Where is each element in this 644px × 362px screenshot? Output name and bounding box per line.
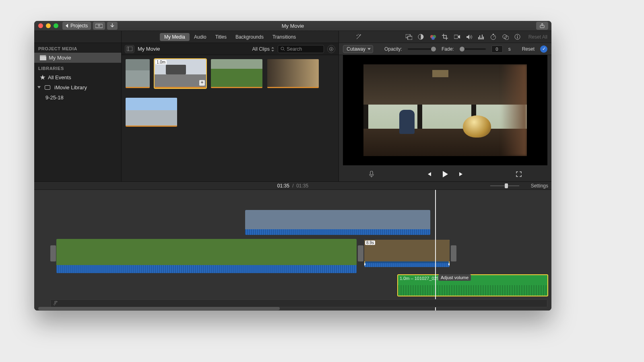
tab-titles[interactable]: Titles (211, 33, 231, 41)
overlay-settings-button[interactable] (405, 33, 413, 41)
star-icon (40, 75, 45, 80)
clip-thumb[interactable] (126, 59, 150, 88)
stabilization-button[interactable] (454, 33, 461, 41)
window-title: My Movie (282, 23, 304, 29)
record-voiceover-button[interactable] (368, 171, 375, 178)
sidebar-item-my-movie[interactable]: My Movie (34, 53, 121, 63)
filters-button[interactable] (502, 33, 509, 41)
svg-rect-12 (408, 36, 412, 40)
clip-thumb[interactable] (126, 98, 177, 127)
svg-point-16 (431, 37, 435, 40)
color-correction-button[interactable] (429, 33, 437, 41)
sidebar-item-event[interactable]: 9-25-18 (34, 93, 121, 103)
crop-button[interactable] (442, 33, 449, 41)
library-icon (45, 85, 50, 90)
fade-handle-right[interactable] (448, 263, 450, 266)
timeline-clip-primary-1[interactable] (56, 239, 357, 273)
reset-all-button[interactable]: Reset All (528, 34, 547, 40)
play-button[interactable] (442, 171, 449, 178)
zoom-window-button[interactable] (54, 23, 58, 28)
timeline-zoom-slider[interactable] (490, 185, 519, 186)
svg-rect-24 (517, 37, 518, 39)
media-tabs: My Media Audio Titles Backgrounds Transi… (122, 31, 339, 43)
overlay-controls: Cutaway Opacity: Fade: 0 s Reset ✓ (339, 43, 551, 55)
fade-value-field[interactable]: 0 (491, 45, 503, 53)
noise-eq-button[interactable] (478, 33, 485, 41)
opacity-label: Opacity: (384, 46, 402, 52)
timeline-settings-button[interactable]: Settings (531, 183, 548, 189)
tab-backgrounds[interactable]: Backgrounds (231, 33, 268, 41)
fullscreen-button[interactable] (515, 171, 522, 178)
search-placeholder: Search (287, 46, 302, 52)
timeline-header: 01:35 / 01:35 Settings (34, 182, 551, 190)
playhead[interactable] (435, 190, 436, 311)
app-window: Projects My Movie PROJECT MEDIA My Movie… (34, 21, 551, 311)
total-time: 01:35 (296, 183, 308, 189)
transition-handle[interactable] (358, 245, 363, 261)
search-input[interactable]: Search (278, 45, 324, 53)
preview-viewer[interactable] (343, 55, 547, 165)
timeline-scrollbar[interactable] (38, 307, 280, 310)
svg-point-8 (331, 48, 332, 49)
svg-rect-25 (370, 171, 373, 175)
volume-button[interactable] (466, 33, 473, 41)
sidebar: PROJECT MEDIA My Movie LIBRARIES All Eve… (34, 31, 122, 181)
apply-check-button[interactable]: ✓ (540, 45, 547, 53)
window-traffic-lights (38, 23, 58, 28)
background-music-well[interactable] (50, 299, 547, 307)
import-media-button[interactable] (93, 22, 105, 30)
fade-slider[interactable] (460, 48, 486, 50)
svg-point-5 (281, 47, 284, 50)
browser-settings-button[interactable] (327, 45, 335, 53)
browser-toolbar: My Movie All Clips Search (122, 43, 339, 55)
next-frame-button[interactable] (458, 171, 465, 178)
clip-thumb-selected[interactable]: 1.0m + (155, 59, 206, 88)
add-clip-button[interactable]: + (199, 80, 205, 86)
svg-rect-17 (454, 35, 458, 39)
opacity-slider[interactable] (408, 48, 436, 50)
info-button[interactable] (514, 33, 521, 41)
libraries-header: LIBRARIES (34, 63, 121, 72)
speed-button[interactable] (490, 33, 497, 41)
timeline[interactable]: 8.9s 1.0m – 101027_0251 Adjust volume (34, 190, 551, 311)
tab-audio[interactable]: Audio (190, 33, 211, 41)
color-balance-button[interactable] (417, 33, 425, 41)
download-button[interactable] (107, 22, 118, 30)
toggle-sidebar-button[interactable] (125, 45, 134, 53)
minimize-window-button[interactable] (46, 23, 51, 28)
timeline-clip-selected[interactable]: 8.9s (364, 240, 450, 267)
transition-handle[interactable] (50, 245, 56, 261)
fade-label: Fade: (442, 46, 454, 52)
svg-point-10 (358, 34, 359, 35)
svg-rect-2 (40, 56, 46, 60)
back-to-projects-button[interactable]: Projects (62, 22, 91, 30)
clip-duration-tag: 8.9s (365, 241, 375, 245)
svg-point-23 (517, 35, 518, 36)
sidebar-item-all-events[interactable]: All Events (34, 72, 121, 82)
sidebar-item-label: iMovie Library (54, 84, 87, 90)
timeline-clip-overlay[interactable] (245, 210, 430, 235)
search-icon (281, 47, 285, 51)
clip-filter-dropdown[interactable]: All Clips (252, 46, 275, 52)
close-window-button[interactable] (38, 23, 43, 28)
share-button[interactable] (536, 22, 548, 30)
clapper-icon (40, 55, 46, 60)
transition-handle[interactable] (451, 245, 456, 261)
top-panels: PROJECT MEDIA My Movie LIBRARIES All Eve… (34, 31, 551, 182)
clip-thumb[interactable] (267, 59, 319, 88)
timeline-audio-clip[interactable]: 1.0m – 101027_0251 Adjust volume (397, 274, 548, 296)
overlay-mode-dropdown[interactable]: Cutaway (343, 45, 373, 53)
sidebar-item-imovie-library[interactable]: iMovie Library (34, 82, 121, 93)
clip-grid: 1.0m + (122, 55, 339, 181)
media-browser: My Media Audio Titles Backgrounds Transi… (122, 31, 339, 181)
magic-wand-button[interactable] (355, 33, 362, 41)
tab-my-media[interactable]: My Media (160, 33, 190, 41)
clip-thumb[interactable] (211, 59, 262, 88)
viewer-panel: Reset All Cutaway Opacity: Fade: 0 s Res… (339, 31, 551, 181)
fade-unit-label: s (508, 46, 511, 52)
tab-transitions[interactable]: Transitions (268, 33, 300, 41)
disclosure-triangle-icon[interactable] (37, 86, 41, 88)
reset-button[interactable]: Reset (522, 46, 535, 52)
prev-frame-button[interactable] (425, 171, 433, 178)
project-media-header: PROJECT MEDIA (34, 43, 121, 53)
